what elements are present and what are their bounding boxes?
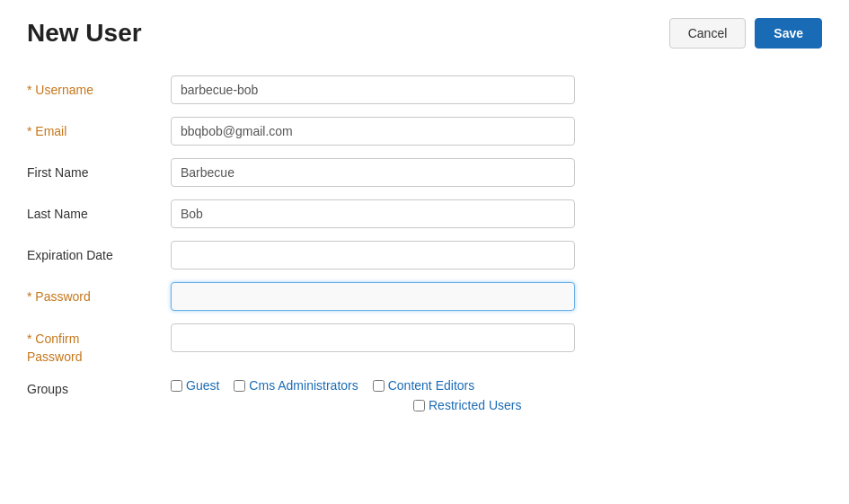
cancel-button[interactable]: Cancel xyxy=(669,18,747,49)
username-input[interactable] xyxy=(171,75,575,104)
email-row: * Email xyxy=(27,117,822,146)
firstname-row: First Name xyxy=(27,158,822,187)
lastname-row: Last Name xyxy=(27,199,822,228)
email-label: * Email xyxy=(27,117,171,138)
page-title: New User xyxy=(27,19,142,48)
firstname-input[interactable] xyxy=(171,158,575,187)
groups-row: Groups Guest Cms Administrators xyxy=(27,378,822,412)
group-guest-checkbox[interactable] xyxy=(171,380,182,392)
firstname-label: First Name xyxy=(27,158,171,180)
groups-label: Groups xyxy=(27,378,171,396)
password-label: * Password xyxy=(27,282,171,304)
group-cms-admin: Cms Administrators xyxy=(234,378,358,393)
header-buttons: Cancel Save xyxy=(669,18,822,49)
group-restricted-users-checkbox[interactable] xyxy=(413,400,425,411)
group-content-editors-label[interactable]: Content Editors xyxy=(388,378,475,393)
page-container: New User Cancel Save * Username * Email … xyxy=(0,0,849,504)
group-restricted-users-label[interactable]: Restricted Users xyxy=(429,398,521,412)
email-input[interactable] xyxy=(171,117,575,146)
group-content-editors-checkbox[interactable] xyxy=(373,380,385,392)
group-content-editors: Content Editors xyxy=(373,378,475,393)
username-label: * Username xyxy=(27,75,171,97)
group-cms-admin-checkbox[interactable] xyxy=(234,380,245,392)
expiration-row: Expiration Date xyxy=(27,241,822,270)
confirm-password-row: * Confirm Password xyxy=(27,323,822,366)
confirm-password-input[interactable] xyxy=(171,323,575,352)
group-guest: Guest xyxy=(171,378,219,393)
username-row: * Username xyxy=(27,75,822,104)
group-cms-admin-label[interactable]: Cms Administrators xyxy=(249,378,358,393)
header-row: New User Cancel Save xyxy=(27,18,822,49)
lastname-label: Last Name xyxy=(27,199,171,221)
group-guest-label[interactable]: Guest xyxy=(186,378,219,393)
confirm-password-label: * Confirm Password xyxy=(27,323,171,366)
password-input[interactable] xyxy=(171,282,575,311)
form: * Username * Email First Name Last Name … xyxy=(27,75,822,412)
password-row: * Password xyxy=(27,282,822,311)
groups-content: Guest Cms Administrators Content Editors xyxy=(171,378,521,412)
expiration-date-input[interactable] xyxy=(171,241,575,270)
group-restricted-users: Restricted Users xyxy=(413,398,521,412)
save-button[interactable]: Save xyxy=(755,18,822,49)
expiration-label: Expiration Date xyxy=(27,241,171,262)
lastname-input[interactable] xyxy=(171,199,575,228)
